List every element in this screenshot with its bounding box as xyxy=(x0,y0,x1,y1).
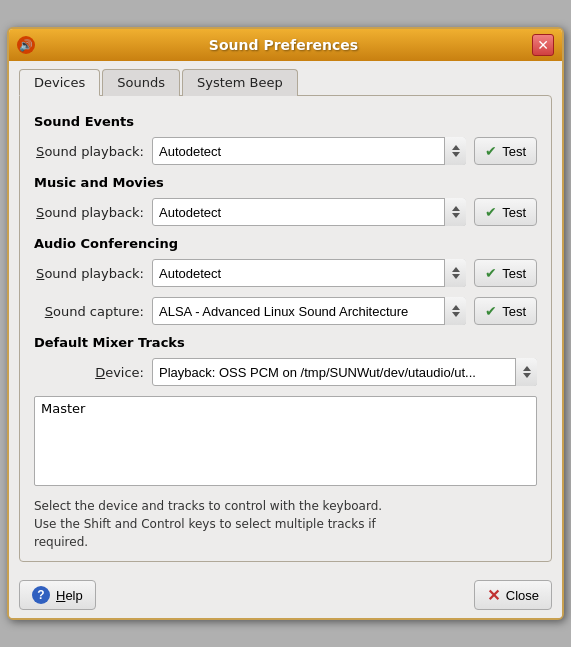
sound-events-test-label: Test xyxy=(502,144,526,159)
audio-conf-header: Audio Conferencing xyxy=(34,236,537,251)
main-window: 🔊 Sound Preferences ✕ Devices Sounds Sys… xyxy=(7,27,564,620)
bottom-bar: ? Help ✕ Close xyxy=(9,572,562,618)
sound-events-playback-row: Sound playback: Autodetect ✔ Test xyxy=(34,137,537,165)
close-label: Close xyxy=(506,588,539,603)
audio-conf-capture-select[interactable]: ALSA - Advanced Linux Sound Architecture xyxy=(152,297,466,325)
close-button[interactable]: ✕ Close xyxy=(474,580,552,610)
audio-conf-capture-select-wrapper: ALSA - Advanced Linux Sound Architecture xyxy=(152,297,466,325)
tab-system-beep[interactable]: System Beep xyxy=(182,69,298,96)
window-content: Devices Sounds System Beep Sound Events … xyxy=(9,61,562,572)
music-movies-playback-select-wrapper: Autodetect xyxy=(152,198,466,226)
audio-conf-test-playback-label: Test xyxy=(502,266,526,281)
sound-events-header: Sound Events xyxy=(34,114,537,129)
music-movies-playback-select[interactable]: Autodetect xyxy=(152,198,466,226)
devices-panel: Sound Events Sound playback: Autodetect … xyxy=(19,95,552,562)
music-movies-playback-row: Sound playback: Autodetect ✔ Test xyxy=(34,198,537,226)
music-movies-playback-label: Sound playback: xyxy=(34,205,144,220)
titlebar-left: 🔊 xyxy=(17,36,35,54)
mixer-header: Default Mixer Tracks xyxy=(34,335,537,350)
tab-devices[interactable]: Devices xyxy=(19,69,100,96)
mixer-device-select[interactable]: Playback: OSS PCM on /tmp/SUNWut/dev/uta… xyxy=(152,358,537,386)
check-icon3: ✔ xyxy=(485,265,497,281)
music-movies-header: Music and Movies xyxy=(34,175,537,190)
titlebar: 🔊 Sound Preferences ✕ xyxy=(9,29,562,61)
audio-conf-capture-label: Sound capture: xyxy=(34,304,144,319)
sound-events-test-button[interactable]: ✔ Test xyxy=(474,137,537,165)
audio-conf-playback-test-button[interactable]: ✔ Test xyxy=(474,259,537,287)
music-movies-test-button[interactable]: ✔ Test xyxy=(474,198,537,226)
mixer-help-text: Select the device and tracks to control … xyxy=(34,497,537,551)
close-red-icon: ✕ xyxy=(487,586,500,605)
audio-conf-playback-label: Sound playback: xyxy=(34,266,144,281)
music-movies-test-label: Test xyxy=(502,205,526,220)
audio-conf-playback-select-wrapper: Autodetect xyxy=(152,259,466,287)
tab-sounds[interactable]: Sounds xyxy=(102,69,180,96)
app-icon: 🔊 xyxy=(17,36,35,54)
audio-conf-playback-select[interactable]: Autodetect xyxy=(152,259,466,287)
tracks-textarea[interactable]: Master xyxy=(34,396,537,486)
tab-bar: Devices Sounds System Beep xyxy=(19,69,552,96)
mixer-device-label: Device: xyxy=(34,365,144,380)
window-title: Sound Preferences xyxy=(35,37,532,53)
sound-events-playback-label: Sound playback: xyxy=(34,144,144,159)
check-icon2: ✔ xyxy=(485,204,497,220)
sound-events-playback-select[interactable]: Autodetect xyxy=(152,137,466,165)
window-close-button[interactable]: ✕ xyxy=(532,34,554,56)
help-label: Help xyxy=(56,588,83,603)
audio-conf-test-capture-label: Test xyxy=(502,304,526,319)
audio-conf-capture-test-button[interactable]: ✔ Test xyxy=(474,297,537,325)
mixer-device-select-wrapper: Playback: OSS PCM on /tmp/SUNWut/dev/uta… xyxy=(152,358,537,386)
audio-conf-capture-row: Sound capture: ALSA - Advanced Linux Sou… xyxy=(34,297,537,325)
check-icon: ✔ xyxy=(485,143,497,159)
check-icon4: ✔ xyxy=(485,303,497,319)
mixer-device-row: Device: Playback: OSS PCM on /tmp/SUNWut… xyxy=(34,358,537,386)
sound-events-playback-select-wrapper: Autodetect xyxy=(152,137,466,165)
help-icon: ? xyxy=(32,586,50,604)
help-button[interactable]: ? Help xyxy=(19,580,96,610)
audio-conf-playback-row: Sound playback: Autodetect ✔ Test xyxy=(34,259,537,287)
